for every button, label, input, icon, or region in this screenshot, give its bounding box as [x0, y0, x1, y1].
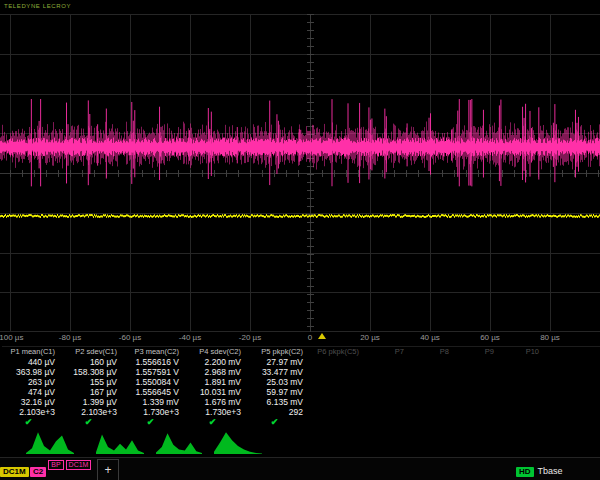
measurement-cell	[499, 397, 544, 407]
measurement-cell: 1.730e+3	[184, 407, 246, 417]
c2-coupling-badge: DC1M	[66, 460, 92, 470]
status-check-icon: ✔	[60, 417, 122, 427]
oscilloscope-screen: TELEDYNE LECROY -100 µs-80 µs-60 µs-40 µ…	[0, 0, 600, 480]
measurement-cell: 1.730e+3	[122, 407, 184, 417]
param-header-6[interactable]: P6 pkpk(C5)	[308, 347, 364, 357]
trigger-position-marker[interactable]	[318, 333, 326, 339]
time-axis-label: -100 µs	[0, 333, 23, 342]
plus-icon: +	[104, 463, 111, 477]
measurement-cell: 33.477 mV	[246, 367, 308, 377]
measurement-cell: 2.103e+3	[2, 407, 60, 417]
c2-bandpass-badge: BP	[48, 460, 63, 470]
tbase-label: Tbase	[538, 466, 563, 476]
param-header-10[interactable]: P10	[499, 347, 544, 357]
measurement-cell	[454, 397, 499, 407]
param-header-4[interactable]: P4 sdev(C2)	[184, 347, 246, 357]
measurement-cell	[454, 357, 499, 367]
measurement-cell	[308, 377, 364, 387]
table-row: P1 mean(C1)P2 sdev(C1)P3 mean(C2)P4 sdev…	[2, 347, 600, 357]
measurement-cell	[409, 407, 454, 417]
histicon[interactable]	[26, 432, 74, 454]
status-check-icon: ✔	[184, 417, 246, 427]
time-axis-label: -60 µs	[119, 333, 141, 342]
measurement-cell	[364, 357, 409, 367]
time-axis-label: 20 µs	[360, 333, 380, 342]
measurement-cell: 158.308 µV	[60, 367, 122, 377]
timebase-descriptor[interactable]: HDTbase 13 Bits 20.0 µs/div	[516, 460, 582, 480]
table-row: 363.98 µV158.308 µV1.557591 V2.968 mV33.…	[2, 367, 600, 377]
measurement-cell: 2.103e+3	[60, 407, 122, 417]
measurement-cell: 1.891 mV	[184, 377, 246, 387]
param-header-5[interactable]: P5 pkpk(C2)	[246, 347, 308, 357]
measurement-cell: 1.557591 V	[122, 367, 184, 377]
time-axis-label: 0	[308, 333, 312, 342]
histicon[interactable]	[156, 433, 202, 454]
measurement-cell: 1.556616 V	[122, 357, 184, 367]
table-row: ✔✔✔✔✔	[2, 417, 600, 427]
time-axis-label: 40 µs	[420, 333, 440, 342]
measurement-cell	[308, 397, 364, 407]
histicon[interactable]	[214, 432, 262, 454]
measurement-cell: 160 µV	[60, 357, 122, 367]
measurement-cell	[364, 397, 409, 407]
measurement-cell	[499, 387, 544, 397]
channel1-descriptor[interactable]: DC1M 0 mV	[0, 460, 29, 480]
measurement-cell: 263 µV	[2, 377, 60, 387]
time-axis-label: -40 µs	[179, 333, 201, 342]
param-header-2[interactable]: P2 sdev(C1)	[60, 347, 122, 357]
measurement-cell	[454, 367, 499, 377]
measurement-cell: 25.03 mV	[246, 377, 308, 387]
param-header-1[interactable]: P1 mean(C1)	[2, 347, 60, 357]
measurement-cell	[364, 387, 409, 397]
brand-logo: TELEDYNE LECROY	[4, 3, 71, 9]
table-row: 32.16 µV1.399 µV1.339 mV1.676 mV6.135 mV	[2, 397, 600, 407]
measurement-cell	[364, 377, 409, 387]
measurement-cell: 1.550084 V	[122, 377, 184, 387]
channel2-descriptor[interactable]: C2BPDC1M 10.0 mV	[30, 460, 91, 480]
param-header-8[interactable]: P8	[409, 347, 454, 357]
measurement-cell: 363.98 µV	[2, 367, 60, 377]
measurement-cell: 10.031 mV	[184, 387, 246, 397]
measurement-cell: 474 µV	[2, 387, 60, 397]
status-check-icon: ✔	[246, 417, 308, 427]
measurement-cell	[409, 377, 454, 387]
measurement-cell	[409, 357, 454, 367]
param-header-3[interactable]: P3 mean(C2)	[122, 347, 184, 357]
histicon[interactable]	[96, 434, 144, 454]
measurement-cell	[454, 407, 499, 417]
measurement-cell: 59.97 mV	[246, 387, 308, 397]
measurement-cell: 167 µV	[60, 387, 122, 397]
param-header-9[interactable]: P9	[454, 347, 499, 357]
measurement-cell: 6.135 mV	[246, 397, 308, 407]
param-header-7[interactable]: P7	[364, 347, 409, 357]
status-check-icon: ✔	[2, 417, 60, 427]
measurement-cell: 27.97 mV	[246, 357, 308, 367]
measurement-table: P1 mean(C1)P2 sdev(C1)P3 mean(C2)P4 sdev…	[2, 346, 600, 427]
measurement-cell	[409, 367, 454, 377]
measurement-cell	[308, 407, 364, 417]
measurement-cell	[409, 387, 454, 397]
table-row: 263 µV155 µV1.550084 V1.891 mV25.03 mV	[2, 377, 600, 387]
measurement-cell	[308, 367, 364, 377]
measurement-cell	[364, 367, 409, 377]
time-axis-label: 60 µs	[480, 333, 500, 342]
measurement-cell	[409, 397, 454, 407]
c1-coupling-badge: DC1M	[0, 467, 29, 477]
measurement-cell: 2.200 mV	[184, 357, 246, 367]
measurement-cell	[454, 387, 499, 397]
measurement-cell: 1.676 mV	[184, 397, 246, 407]
measurement-cell	[499, 407, 544, 417]
measurement-cell	[454, 377, 499, 387]
measurement-cell	[499, 367, 544, 377]
time-axis-label: 80 µs	[540, 333, 560, 342]
c2-label-badge: C2	[30, 467, 46, 477]
bottom-bar: DC1M 0 mV C2BPDC1M 10.0 mV + HDTbase 13 …	[0, 457, 600, 480]
crosshair-marker[interactable]: +	[97, 459, 119, 480]
waveform-display[interactable]	[0, 14, 600, 332]
time-axis-label: -20 µs	[239, 333, 261, 342]
hd-badge: HD	[516, 467, 534, 477]
measurement-cell: 292	[246, 407, 308, 417]
histicon-strip	[0, 429, 600, 456]
measurement-cell	[308, 387, 364, 397]
measurement-cell	[499, 377, 544, 387]
